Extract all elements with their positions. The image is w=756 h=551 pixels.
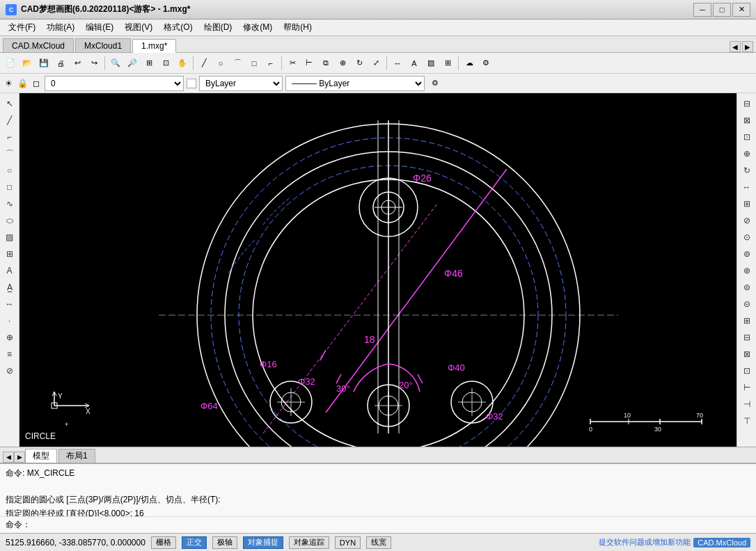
rt-btn-2[interactable]: ⊠ <box>739 113 755 128</box>
tab-mxcloud1[interactable]: MxCloud1 <box>75 38 131 52</box>
lt-hatch[interactable]: ▨ <box>2 230 17 245</box>
rt-btn-7[interactable]: ⊞ <box>739 196 755 211</box>
lt-point[interactable]: · <box>2 313 17 328</box>
tb-move[interactable]: ⊕ <box>335 56 350 71</box>
lt-select[interactable]: ↖ <box>2 96 17 111</box>
minimize-button[interactable]: ─ <box>693 3 711 17</box>
lt-measure[interactable]: ⊕ <box>2 330 17 345</box>
rt-btn-5[interactable]: ↻ <box>739 163 755 178</box>
tb-copy[interactable]: ⧉ <box>318 56 333 71</box>
menu-function[interactable]: 功能(A) <box>41 20 80 35</box>
statusbar-dyn-button[interactable]: DYN <box>335 536 361 549</box>
lt-circle[interactable]: ○ <box>2 163 17 178</box>
tb-dim[interactable]: ↔ <box>390 56 405 71</box>
lt-mtext[interactable]: A̲ <box>2 280 17 295</box>
statusbar-lineweight-button[interactable]: 线宽 <box>366 536 391 549</box>
btab-layout1[interactable]: 布局1 <box>58 449 95 463</box>
tb-zoomout[interactable]: 🔎 <box>125 56 140 71</box>
layer-name-select[interactable]: 0 <box>45 76 184 91</box>
rt-btn-4[interactable]: ⊕ <box>739 146 755 161</box>
rt-btn-13[interactable]: ⊝ <box>739 296 755 312</box>
lt-polyline[interactable]: ⌐ <box>2 129 17 145</box>
btab-prev-button[interactable]: ◀ <box>3 452 14 463</box>
tb-extend[interactable]: ⊢ <box>301 56 317 71</box>
statusbar-otrack-button[interactable]: 对象追踪 <box>289 536 329 549</box>
layer-color-select[interactable]: ByLayer <box>199 76 283 91</box>
tb-redo[interactable]: ↪ <box>86 56 102 71</box>
titlebar-controls[interactable]: ─ □ ✕ <box>693 3 750 17</box>
tb-rotate[interactable]: ↻ <box>352 56 367 71</box>
rt-btn-17[interactable]: ⊡ <box>739 363 755 378</box>
lt-spline[interactable]: ∿ <box>2 196 17 211</box>
lt-arc[interactable]: ⌒ <box>2 146 17 161</box>
tb-pan[interactable]: ✋ <box>175 56 190 71</box>
statusbar-polar-button[interactable]: 极轴 <box>212 536 237 549</box>
rt-btn-16[interactable]: ⊠ <box>739 346 755 362</box>
lt-line[interactable]: ╱ <box>2 113 17 128</box>
tb-polyline[interactable]: ⌐ <box>263 56 278 71</box>
statusbar-osnap-button[interactable]: 对象捕捉 <box>243 536 283 549</box>
tb-print[interactable]: 🖨 <box>53 56 68 71</box>
menu-view[interactable]: 视图(V) <box>119 20 158 35</box>
tab-prev-button[interactable]: ◀ <box>730 41 741 52</box>
statusbar-feedback-link[interactable]: 提交软件问题或增加新功能 <box>599 537 691 548</box>
rt-btn-12[interactable]: ⊜ <box>739 280 755 295</box>
menu-format[interactable]: 格式(O) <box>158 20 198 35</box>
btab-next-button[interactable]: ▶ <box>14 452 25 463</box>
rt-btn-6[interactable]: ↔ <box>739 179 755 195</box>
command-input[interactable] <box>33 520 750 530</box>
lt-layer[interactable]: ≡ <box>2 346 17 362</box>
tb-hatch[interactable]: ▨ <box>423 56 439 71</box>
tb-open[interactable]: 📂 <box>19 56 35 71</box>
tb-arc[interactable]: ⌒ <box>230 56 245 71</box>
rt-btn-10[interactable]: ⊚ <box>739 246 755 262</box>
menu-modify[interactable]: 修改(M) <box>237 20 278 35</box>
lt-properties[interactable]: ⊘ <box>2 363 17 378</box>
rt-btn-20[interactable]: ⊤ <box>739 413 755 429</box>
tab-mxcloud[interactable]: CAD.MxCloud <box>3 38 74 52</box>
tb-undo[interactable]: ↩ <box>70 56 85 71</box>
rt-btn-8[interactable]: ⊘ <box>739 213 755 228</box>
close-button[interactable]: ✕ <box>732 3 750 17</box>
rt-btn-18[interactable]: ⊢ <box>739 380 755 395</box>
tb-block[interactable]: ⊞ <box>440 56 455 71</box>
tb-circle[interactable]: ○ <box>213 56 228 71</box>
btab-model[interactable]: 模型 <box>25 449 57 463</box>
menu-edit[interactable]: 编辑(E) <box>80 20 119 35</box>
layer-linetype-select[interactable]: ——— ByLayer <box>285 76 425 91</box>
rt-btn-9[interactable]: ⊙ <box>739 230 755 245</box>
rt-btn-11[interactable]: ⊛ <box>739 263 755 278</box>
tb-scale[interactable]: ⤢ <box>368 56 384 71</box>
tb-new[interactable]: 📄 <box>3 56 18 71</box>
rt-btn-1[interactable]: ⊟ <box>739 96 755 111</box>
tb-zoomfit[interactable]: ⊞ <box>141 56 157 71</box>
statusbar-ortho-button[interactable]: 正交 <box>182 536 207 549</box>
rt-btn-19[interactable]: ⊣ <box>739 397 755 412</box>
rt-btn-15[interactable]: ⊟ <box>739 330 755 345</box>
lt-rect[interactable]: □ <box>2 179 17 195</box>
tb-cloud[interactable]: ☁ <box>462 56 477 71</box>
tb-rect[interactable]: □ <box>246 56 262 71</box>
tb-settings[interactable]: ⚙ <box>478 56 494 71</box>
menu-file[interactable]: 文件(F) <box>3 20 41 35</box>
lt-block[interactable]: ⊞ <box>2 246 17 262</box>
lt-ellipse[interactable]: ⬭ <box>2 213 17 228</box>
lt-text[interactable]: A <box>2 263 17 278</box>
layer-settings-button[interactable]: ⚙ <box>427 76 443 91</box>
rt-btn-14[interactable]: ⊞ <box>739 313 755 328</box>
tb-line[interactable]: ╱ <box>196 56 212 71</box>
statusbar-grid-button[interactable]: 栅格 <box>151 536 176 549</box>
menu-help[interactable]: 帮助(H) <box>278 20 317 35</box>
tb-zoomin[interactable]: 🔍 <box>108 56 123 71</box>
tb-zoomwin[interactable]: ⊡ <box>158 56 173 71</box>
lt-dim[interactable]: ↔ <box>2 296 17 312</box>
tb-trim[interactable]: ✂ <box>285 56 300 71</box>
menu-draw[interactable]: 绘图(D) <box>198 20 238 35</box>
tb-text[interactable]: A <box>407 56 422 71</box>
rt-btn-3[interactable]: ⊡ <box>739 129 755 145</box>
canvas-area[interactable]: Φ26 Φ46 18 30° 20° Φ16 Φ32 Φ40 Φ32 Φ64 Y… <box>19 93 737 447</box>
maximize-button[interactable]: □ <box>713 3 731 17</box>
tb-save[interactable]: 💾 <box>36 56 52 71</box>
tab-1mxg[interactable]: 1.mxg* <box>132 39 176 53</box>
tab-next-button[interactable]: ▶ <box>742 41 753 52</box>
